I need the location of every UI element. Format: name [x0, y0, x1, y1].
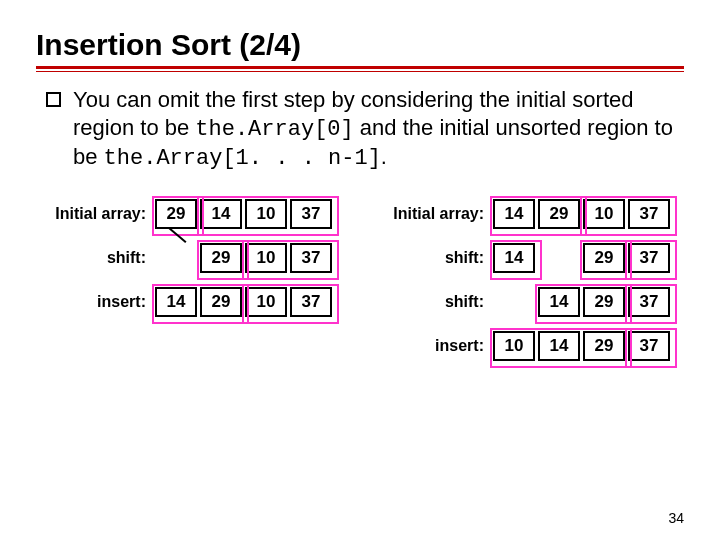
- cell: 29: [155, 199, 197, 229]
- cell: 37: [290, 199, 332, 229]
- row-label: shift:: [36, 249, 155, 267]
- row-label: insert:: [374, 337, 493, 355]
- cell: 37: [290, 287, 332, 317]
- cell: 10: [245, 287, 287, 317]
- row-label: Initial array:: [36, 205, 155, 223]
- left-row-initial: Initial array: 29 14 10 37: [36, 199, 346, 229]
- right-row-shift1: shift: 14 29 37: [374, 243, 684, 273]
- row-label: shift:: [374, 293, 493, 311]
- row-label: Initial array:: [374, 205, 493, 223]
- cell: 10: [493, 331, 535, 361]
- cell: 14: [493, 199, 535, 229]
- left-row-insert: insert: 14 29 10 37: [36, 287, 346, 317]
- cell: 29: [583, 331, 625, 361]
- cell-empty: [155, 243, 197, 273]
- cell: 14: [200, 199, 242, 229]
- slide-title: Insertion Sort (2/4): [36, 28, 684, 62]
- cell: 14: [155, 287, 197, 317]
- cell: 29: [200, 287, 242, 317]
- bullet-icon: [46, 92, 61, 107]
- cell: 29: [583, 287, 625, 317]
- para-code2: the.Array[1. . . n-1]: [104, 146, 381, 171]
- right-column: Initial array: 14 29 10 37 shift: 14: [374, 199, 684, 375]
- row-label: shift:: [374, 249, 493, 267]
- cell-empty: [538, 243, 580, 273]
- para-code1: the.Array[0]: [195, 117, 353, 142]
- cell: 10: [245, 199, 287, 229]
- cell: 29: [538, 199, 580, 229]
- page-number: 34: [668, 510, 684, 526]
- para-post: .: [381, 144, 387, 169]
- cell: 29: [200, 243, 242, 273]
- right-row-initial: Initial array: 14 29 10 37: [374, 199, 684, 229]
- cell: 14: [538, 287, 580, 317]
- cell: 14: [493, 243, 535, 273]
- left-row-shift: shift: 29 10 37: [36, 243, 346, 273]
- cell: 37: [628, 199, 670, 229]
- cell: 37: [290, 243, 332, 273]
- cell: 10: [245, 243, 287, 273]
- cell: 37: [628, 331, 670, 361]
- extract-arrow-icon: [168, 227, 186, 243]
- right-row-insert: insert: 10 14 29 37: [374, 331, 684, 361]
- body-paragraph: You can omit the first step by consideri…: [46, 86, 684, 173]
- title-underline: [36, 66, 684, 68]
- left-column: Initial array: 29 14 10 37 shift:: [36, 199, 346, 375]
- row-label: insert:: [36, 293, 155, 311]
- cell: 37: [628, 243, 670, 273]
- cell: 14: [538, 331, 580, 361]
- cell-empty: [493, 287, 535, 317]
- cell: 37: [628, 287, 670, 317]
- right-row-shift2: shift: 14 29 37: [374, 287, 684, 317]
- cell: 10: [583, 199, 625, 229]
- cell: 29: [583, 243, 625, 273]
